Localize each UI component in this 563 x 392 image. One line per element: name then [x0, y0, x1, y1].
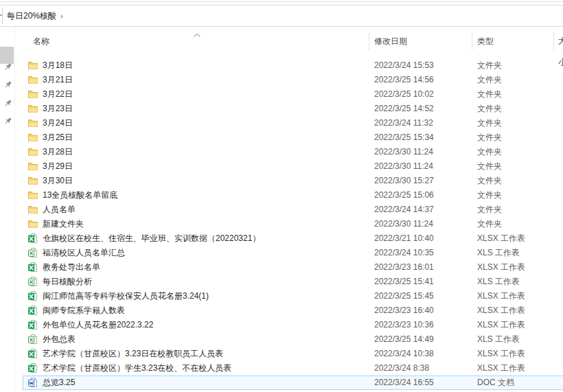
- date-modified: 2022/3/30 11:24: [374, 145, 433, 159]
- file-row[interactable]: 艺术学院（甘蔗校区）3.23日在校教职员工人员表2022/3/24 10:38X…: [23, 347, 563, 361]
- folder-row[interactable]: 3月28日2022/3/30 11:24文件夹: [23, 145, 563, 159]
- xls-file-icon: [27, 247, 38, 258]
- folder-row[interactable]: 3月29日2022/3/30 11:24文件夹: [23, 159, 563, 174]
- xlsx-file-icon: [27, 233, 38, 244]
- folder-row[interactable]: 3月23日2022/3/25 14:52文件夹: [23, 102, 563, 116]
- file-row[interactable]: 每日核酸分析2022/3/25 15:41XLS 工作表: [23, 275, 563, 289]
- file-name: 3月21日: [43, 73, 73, 87]
- column-header-name[interactable]: 名称: [33, 31, 49, 51]
- file-type: 文件夹: [477, 87, 502, 102]
- column-separator[interactable]: [472, 32, 472, 50]
- date-modified: 2022/3/30 15:27: [374, 174, 434, 188]
- file-row[interactable]: 闽师专院系学籍人数表2022/3/23 16:40XLSX 工作表: [23, 303, 563, 318]
- xlsx-file-icon: [27, 319, 38, 330]
- file-type: 文件夹: [477, 159, 502, 174]
- folder-icon: [27, 89, 38, 100]
- file-row[interactable]: 福清校区人员名单汇总2022/3/24 10:35XLS 工作表: [23, 246, 563, 260]
- date-modified: 2022/3/30 11:24: [374, 159, 433, 174]
- file-name: 13全员核酸名单留底: [43, 188, 117, 203]
- folder-icon: [27, 161, 38, 172]
- date-modified: 2022/3/25 15:41: [374, 275, 434, 289]
- chevron-right-icon[interactable]: ›: [60, 5, 63, 26]
- folder-icon: [27, 60, 38, 71]
- folder-icon: [27, 132, 38, 143]
- pinned-item[interactable]: [3, 80, 12, 89]
- date-modified: 2022/3/25 14:52: [374, 102, 434, 116]
- file-type: 文件夹: [477, 58, 502, 73]
- file-type: XLSX 工作表: [477, 318, 525, 332]
- folder-row[interactable]: 3月22日2022/3/25 10:02文件夹: [23, 87, 563, 102]
- date-modified: 2022/3/24 15:53: [374, 58, 434, 73]
- file-name: 3月18日: [43, 58, 73, 73]
- pinned-item[interactable]: [3, 99, 12, 108]
- folder-row[interactable]: 13全员核酸名单留底2022/3/25 15:06文件夹: [23, 188, 563, 203]
- column-separator[interactable]: [553, 32, 554, 50]
- file-type: XLS 工作表: [477, 332, 520, 347]
- date-modified: 2022/3/24 11:32: [374, 116, 433, 130]
- file-type: XLS 工作表: [477, 275, 520, 289]
- date-modified: 2022/3/23 10:36: [374, 318, 434, 332]
- date-modified: 2022/3/25 15:45: [374, 289, 434, 303]
- file-row[interactable]: 闽江师范高等专科学校保安人员花名册3.24(1)2022/3/25 15:45X…: [23, 289, 563, 303]
- file-name: 仓旗校区在校生、住宿生、毕业班、实训数据（20220321）: [43, 231, 260, 246]
- folder-icon: [27, 117, 38, 128]
- file-type: 文件夹: [477, 130, 502, 145]
- doc-file-icon: [27, 377, 38, 388]
- file-name: 外包单位人员花名册2022.3.22: [43, 318, 153, 332]
- date-modified: 2022/3/25 15:06: [374, 188, 434, 203]
- xlsx-file-icon: [27, 262, 38, 273]
- file-type: 文件夹: [477, 217, 502, 231]
- file-row[interactable]: 仓旗校区在校生、住宿生、毕业班、实训数据（20220321）2022/3/21 …: [23, 231, 563, 246]
- folder-row[interactable]: 3月21日2022/3/25 14:56文件夹: [23, 73, 563, 87]
- file-row[interactable]: 外包单位人员花名册2022.3.222022/3/23 10:36XLSX 工作…: [23, 318, 563, 332]
- file-type: XLSX 工作表: [477, 289, 525, 303]
- folder-row[interactable]: 3月24日2022/3/24 11:32文件夹: [23, 116, 563, 130]
- file-name: 3月30日: [43, 174, 73, 188]
- date-modified: 2022/3/23 16:40: [374, 303, 434, 318]
- file-name: 闽师专院系学籍人数表: [43, 303, 125, 318]
- folder-row[interactable]: 新建文件夹2022/3/30 11:24文件夹: [23, 217, 563, 231]
- file-name: 3月28日: [43, 145, 73, 159]
- file-row[interactable]: 总览3.252022/3/24 16:55DOC 文档: [23, 376, 563, 390]
- folder-row[interactable]: 3月30日2022/3/30 15:27文件夹: [23, 174, 563, 188]
- date-modified: 2022/3/23 16:01: [374, 260, 434, 275]
- file-name: 新建文件夹: [43, 217, 84, 231]
- pin-icon: [3, 117, 12, 126]
- file-row[interactable]: 外包总表2022/3/25 14:49XLS 工作表: [23, 332, 563, 347]
- file-type: 文件夹: [477, 174, 502, 188]
- file-explorer-window: { "breadcrumb": { "path": "每日20%核酸", "ch…: [0, 0, 563, 392]
- breadcrumb-folder[interactable]: 每日20%核酸: [7, 5, 56, 26]
- column-header-type[interactable]: 类型: [477, 31, 494, 51]
- column-separator[interactable]: [369, 32, 369, 50]
- date-modified: 2022/3/21 10:40: [374, 231, 434, 246]
- folder-icon: [27, 204, 38, 215]
- date-modified: 2022/3/24 10:38: [374, 347, 434, 361]
- column-header-date-modified[interactable]: 修改日期: [374, 31, 407, 51]
- folder-row[interactable]: 3月18日2022/3/24 15:53文件夹: [23, 58, 563, 73]
- file-type: 文件夹: [477, 116, 502, 130]
- file-name: 闽江师范高等专科学校保安人员花名册3.24(1): [43, 289, 209, 303]
- date-modified: 2022/3/25 15:34: [374, 130, 434, 145]
- date-modified: 2022/3/25 10:02: [374, 87, 434, 102]
- date-modified: 2022/3/25 14:56: [374, 73, 434, 87]
- folder-row[interactable]: 3月25日2022/3/25 15:34文件夹: [23, 130, 563, 145]
- file-name: 教务处导出名单: [43, 260, 100, 275]
- date-modified: 2022/3/24 14:37: [374, 203, 434, 217]
- pin-icon: [3, 62, 12, 71]
- folder-icon: [27, 189, 38, 200]
- file-row[interactable]: 艺术学院（甘蔗校区）学生3.23在校、不在校人员表2022/3/24 8:38X…: [23, 361, 563, 376]
- folder-icon: [27, 146, 38, 157]
- navigation-pane: [0, 27, 16, 392]
- toolbar-divider: [0, 1, 563, 2]
- xlsx-file-icon: [27, 362, 38, 373]
- folder-row[interactable]: 人员名单2022/3/24 14:37文件夹: [23, 203, 563, 217]
- file-row[interactable]: 教务处导出名单2022/3/23 16:01XLSX 工作表: [23, 260, 563, 275]
- file-type: DOC 文档: [477, 376, 514, 390]
- pinned-item[interactable]: [3, 62, 12, 71]
- date-modified: 2022/3/30 11:24: [374, 217, 433, 231]
- sort-ascending-icon[interactable]: [193, 33, 201, 38]
- file-name: 3月29日: [43, 159, 73, 174]
- column-header-row: 名称 修改日期 类型 大小: [0, 31, 563, 51]
- pinned-item[interactable]: [3, 117, 12, 126]
- date-modified: 2022/3/25 14:49: [374, 332, 434, 347]
